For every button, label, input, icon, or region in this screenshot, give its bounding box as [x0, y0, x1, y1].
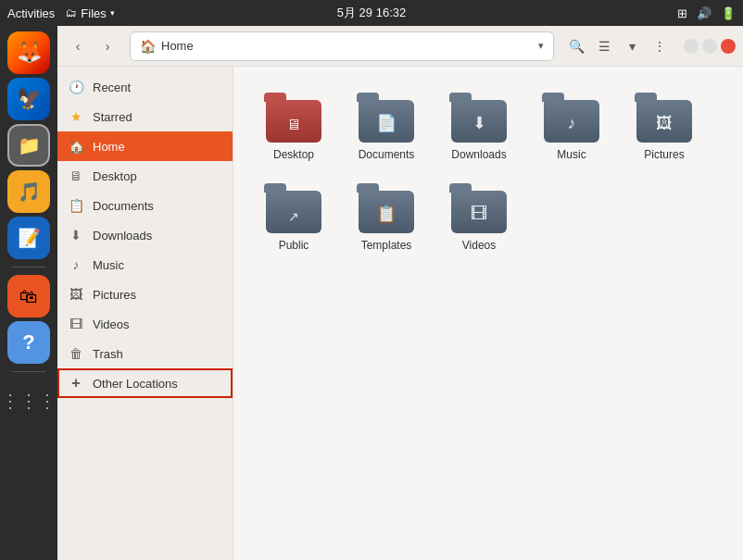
- sidebar-label-starred: Starred: [93, 110, 132, 124]
- documents-icon: 📋: [69, 198, 83, 213]
- topbar: Activities 🗂 Files ▾ 5月 29 16:32 ⊞ 🔊 🔋: [0, 0, 743, 26]
- desktop-folder-emblem: 🖥: [286, 117, 301, 133]
- documents-folder-emblem: 📄: [376, 113, 397, 133]
- file-item-desktop[interactable]: 🖥 Desktop: [252, 85, 335, 167]
- search-button[interactable]: 🔍: [563, 33, 589, 59]
- folder-icon-desktop: 🖥: [264, 91, 323, 143]
- dock-appstore[interactable]: 🛍: [7, 275, 50, 317]
- pictures-icon: 🖼: [69, 287, 83, 302]
- sidebar-item-desktop[interactable]: 🖥 Desktop: [57, 161, 233, 191]
- main-layout: 🦊 🦅 📁 🎵 📝 🛍 ? ⋮⋮⋮ ‹ ›: [0, 26, 743, 560]
- topbar-datetime: 5月 29 16:32: [337, 5, 406, 21]
- file-grid: 🖥 Desktop 📄 Documents: [233, 67, 743, 560]
- sidebar-item-other-locations[interactable]: + Other Locations: [57, 368, 233, 398]
- network-icon[interactable]: ⊞: [677, 6, 687, 20]
- more-options-button[interactable]: ⋮: [647, 33, 673, 59]
- battery-icon[interactable]: 🔋: [721, 6, 736, 20]
- view-mode-button[interactable]: ☰: [591, 33, 617, 59]
- view-options-dropdown[interactable]: ▾: [619, 33, 645, 59]
- topbar-right: ⊞ 🔊 🔋: [677, 6, 736, 20]
- folder-icon-pictures: 🖼: [635, 91, 694, 143]
- desktop-icon: 🖥: [69, 168, 83, 183]
- public-folder-emblem: ↗: [288, 209, 299, 224]
- downloads-icon: ⬇: [69, 228, 83, 243]
- pictures-folder-emblem: 🖼: [656, 114, 673, 133]
- dock-libreoffice[interactable]: 📝: [7, 217, 50, 259]
- dock-show-apps[interactable]: ⋮⋮⋮: [7, 380, 50, 422]
- dock-rhythmbox[interactable]: 🎵: [7, 170, 50, 213]
- music-icon: ♪: [69, 257, 83, 272]
- file-label-templates: Templates: [361, 239, 412, 252]
- file-label-public: Public: [279, 239, 309, 252]
- sidebar-label-recent: Recent: [93, 81, 131, 94]
- files-menu-label: Files: [81, 6, 106, 20]
- topbar-left: Activities 🗂 Files ▾: [7, 6, 115, 20]
- sidebar-label-pictures: Pictures: [93, 288, 136, 302]
- sidebar-label-other-locations: Other Locations: [93, 377, 178, 391]
- sidebar-item-videos[interactable]: 🎞 Videos: [57, 309, 233, 339]
- breadcrumb-label: Home: [161, 39, 194, 53]
- window-controls: – □ ✕: [684, 39, 736, 54]
- nautilus-window: ‹ › 🏠 Home ▾ 🔍 ☰ ▾ ⋮ – □ ✕: [57, 26, 743, 560]
- sidebar-item-starred[interactable]: ★ Starred: [57, 102, 233, 131]
- sidebar-item-home[interactable]: 🏠 Home: [57, 131, 233, 161]
- sidebar-label-trash: Trash: [93, 347, 123, 361]
- sidebar-label-documents: Documents: [93, 199, 154, 213]
- maximize-button[interactable]: □: [702, 39, 717, 54]
- sidebar-label-music: Music: [93, 258, 124, 272]
- files-menu-button[interactable]: 🗂 Files ▾: [66, 6, 114, 20]
- folder-icon-public: ↗: [264, 181, 323, 233]
- file-item-videos[interactable]: 🎞 Videos: [437, 176, 521, 257]
- home-icon: 🏠: [140, 39, 156, 54]
- file-label-desktop: Desktop: [273, 148, 314, 161]
- other-locations-icon: +: [69, 375, 83, 392]
- folder-icon-videos: 🎞: [449, 181, 509, 233]
- sidebar-item-music[interactable]: ♪ Music: [57, 250, 233, 280]
- file-item-music[interactable]: ♪ Music: [530, 85, 613, 167]
- sidebar-item-trash[interactable]: 🗑 Trash: [57, 339, 233, 368]
- dock-files[interactable]: 📁: [7, 124, 50, 167]
- sidebar-label-home: Home: [93, 140, 125, 154]
- dock-help[interactable]: ?: [7, 321, 50, 364]
- file-item-downloads[interactable]: ⬇ Downloads: [437, 85, 521, 167]
- dock-thunderbird[interactable]: 🦅: [7, 78, 50, 120]
- file-item-templates[interactable]: 📋 Templates: [345, 176, 428, 257]
- videos-folder-emblem: 🎞: [471, 205, 487, 224]
- sidebar-item-documents[interactable]: 📋 Documents: [57, 191, 233, 220]
- dock-divider: [12, 267, 45, 268]
- volume-icon[interactable]: 🔊: [697, 6, 712, 20]
- file-label-videos: Videos: [462, 239, 496, 252]
- sidebar-item-pictures[interactable]: 🖼 Pictures: [57, 280, 233, 309]
- back-button[interactable]: ‹: [65, 33, 91, 59]
- music-folder-emblem: ♪: [568, 114, 576, 133]
- home-nav-icon: 🏠: [69, 139, 83, 154]
- file-item-pictures[interactable]: 🖼 Pictures: [623, 85, 706, 167]
- sidebar-item-downloads[interactable]: ⬇ Downloads: [57, 220, 233, 250]
- activities-button[interactable]: Activities: [7, 6, 55, 20]
- sidebar-label-downloads: Downloads: [93, 229, 152, 243]
- file-label-downloads: Downloads: [451, 148, 506, 161]
- nautilus-toolbar: ‹ › 🏠 Home ▾ 🔍 ☰ ▾ ⋮ – □ ✕: [57, 26, 743, 67]
- content-area: 🕐 Recent ★ Starred 🏠 Home 🖥 Desktop 📋: [57, 67, 743, 560]
- trash-icon: 🗑: [69, 346, 83, 361]
- files-menu-arrow: ▾: [110, 8, 115, 18]
- dock-firefox[interactable]: 🦊: [7, 31, 50, 74]
- close-button[interactable]: ✕: [721, 39, 736, 54]
- forward-button[interactable]: ›: [94, 33, 120, 59]
- sidebar: 🕐 Recent ★ Starred 🏠 Home 🖥 Desktop 📋: [57, 67, 233, 560]
- file-label-pictures: Pictures: [644, 148, 684, 161]
- file-item-public[interactable]: ↗ Public: [252, 176, 335, 257]
- sidebar-item-recent[interactable]: 🕐 Recent: [57, 72, 233, 102]
- sidebar-label-videos: Videos: [93, 317, 130, 331]
- minimize-button[interactable]: –: [684, 39, 699, 54]
- file-item-documents[interactable]: 📄 Documents: [345, 85, 428, 167]
- videos-icon: 🎞: [69, 317, 83, 331]
- dock-divider2: [12, 371, 45, 372]
- breadcrumb-dropdown-arrow[interactable]: ▾: [538, 40, 544, 52]
- recent-icon: 🕐: [69, 80, 83, 94]
- breadcrumb-bar: 🏠 Home ▾: [130, 31, 554, 61]
- sidebar-label-desktop: Desktop: [93, 169, 137, 183]
- folder-icon-music: ♪: [542, 91, 601, 143]
- file-label-documents: Documents: [359, 148, 415, 161]
- dock: 🦊 🦅 📁 🎵 📝 🛍 ? ⋮⋮⋮: [0, 26, 57, 560]
